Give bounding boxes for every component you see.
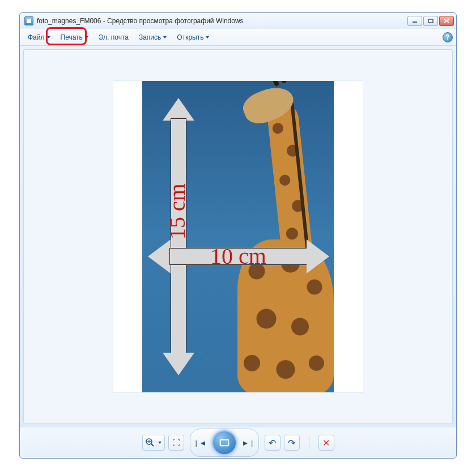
zoom-group: ⛶ — [142, 435, 184, 451]
maximize-icon — [428, 19, 434, 23]
menu-open[interactable]: Открыть — [172, 31, 214, 44]
chevron-down-icon — [158, 442, 162, 444]
photo-canvas: 15 cm 10 cm — [113, 81, 363, 392]
app-icon — [24, 16, 33, 25]
minimize-button[interactable] — [407, 16, 422, 26]
height-dimension-label: 15 cm — [164, 183, 190, 239]
next-icon: ► | — [242, 439, 253, 447]
toolbar-separator — [309, 435, 309, 450]
rotate-ccw-icon: ↶ — [269, 438, 276, 448]
zoom-button[interactable] — [142, 435, 165, 451]
close-button[interactable] — [439, 16, 454, 26]
menu-burn-label: Запись — [139, 33, 161, 41]
svg-line-5 — [151, 444, 154, 446]
menu-burn[interactable]: Запись — [134, 31, 171, 44]
rotate-cw-button[interactable]: ↷ — [284, 435, 300, 451]
help-icon: ? — [445, 33, 449, 41]
fit-to-window-button[interactable]: ⛶ — [168, 435, 184, 451]
width-dimension-label: 10 cm — [210, 243, 266, 269]
next-button[interactable]: ► | — [238, 434, 257, 451]
help-button[interactable]: ? — [443, 32, 453, 42]
chevron-down-icon — [85, 36, 88, 38]
menu-print[interactable]: Печать — [56, 31, 93, 44]
window-controls — [407, 16, 454, 26]
slideshow-button[interactable] — [212, 430, 237, 455]
rotate-ccw-button[interactable]: ↶ — [265, 435, 280, 451]
zoom-icon — [145, 438, 156, 448]
chevron-down-icon — [47, 36, 50, 38]
giraffe-illustration — [209, 81, 334, 392]
delete-button[interactable]: ✕ — [318, 435, 334, 451]
slideshow-icon — [219, 438, 230, 447]
photo-viewer-window: foto_magnes_FM006 - Средство просмотра ф… — [19, 12, 457, 459]
rotate-group: ↶ ↷ — [265, 435, 300, 451]
delete-icon: ✕ — [322, 438, 330, 448]
chevron-down-icon — [163, 36, 167, 38]
maximize-button[interactable] — [423, 16, 438, 26]
window-title: foto_magnes_FM006 - Средство просмотра ф… — [37, 17, 407, 25]
rotate-cw-icon: ↷ — [288, 438, 295, 448]
svg-rect-9 — [221, 440, 228, 445]
previous-button[interactable]: | ◄ — [192, 434, 211, 451]
menu-email[interactable]: Эл. почта — [94, 31, 133, 44]
navigation-cluster: | ◄ ► | — [190, 429, 259, 457]
menu-open-label: Открыть — [177, 33, 203, 41]
viewport[interactable]: 15 cm 10 cm — [23, 49, 453, 424]
menu-file[interactable]: Файл — [23, 31, 55, 44]
displayed-photo: 15 cm 10 cm — [142, 81, 334, 392]
menubar: Файл Печать Эл. почта Запись Открыть ? — [20, 29, 456, 46]
previous-icon: | ◄ — [196, 439, 207, 447]
close-icon — [444, 19, 449, 23]
chevron-down-icon — [206, 36, 209, 38]
menu-email-label: Эл. почта — [99, 33, 129, 41]
menu-print-label: Печать — [61, 33, 83, 41]
bottom-toolbar: ⛶ | ◄ ► | ↶ ↷ — [20, 427, 456, 458]
menu-file-label: Файл — [28, 33, 45, 41]
titlebar: foto_magnes_FM006 - Средство просмотра ф… — [20, 13, 456, 29]
fit-icon: ⛶ — [172, 438, 180, 447]
minimize-icon — [412, 19, 418, 23]
svg-rect-1 — [428, 19, 433, 23]
